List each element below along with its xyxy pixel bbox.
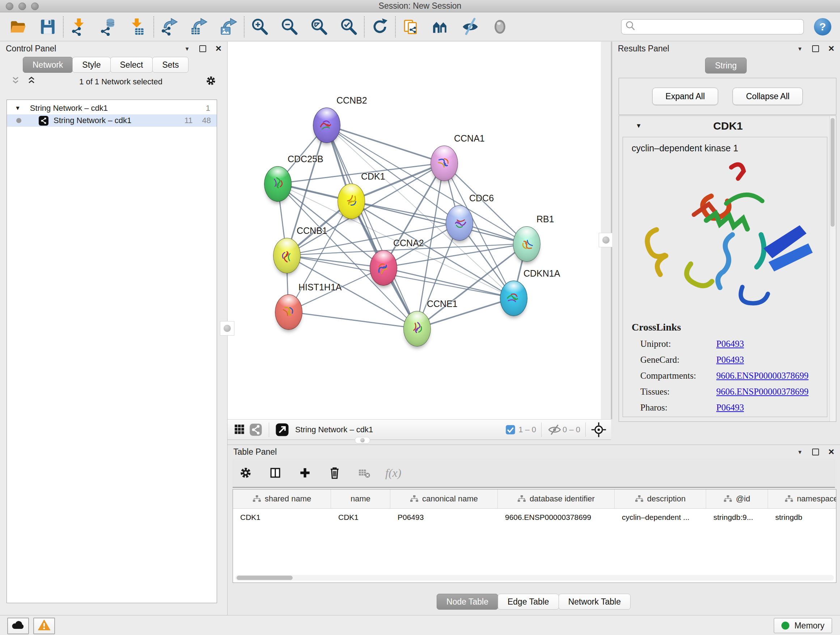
crosslink-link[interactable]: P06493 [716, 402, 744, 412]
network-node-CCNB1[interactable] [273, 238, 301, 273]
table-row[interactable]: CDK1CDK1P064939606.ENSP00000378699cyclin… [233, 509, 836, 526]
refresh-view-icon[interactable] [370, 17, 389, 36]
results-panel-float-icon[interactable] [812, 45, 819, 52]
tab-style[interactable]: Style [73, 57, 111, 73]
results-scrollbar[interactable] [829, 116, 835, 421]
network-collection-row[interactable]: ▼ String Network – cdk1 1 [7, 102, 217, 114]
control-panel-float-icon[interactable] [199, 45, 206, 52]
help-button[interactable]: ? [814, 18, 831, 35]
import-network-from-file-icon[interactable] [69, 17, 88, 36]
control-panel-menu-icon[interactable]: ▼ [185, 46, 190, 52]
crosslink-link[interactable]: 9606.ENSP00000378699 [716, 386, 808, 396]
network-results-splitter[interactable] [601, 42, 612, 419]
column-header-at-id[interactable]: @id [706, 489, 768, 508]
table-cell[interactable]: stringdb:9... [706, 513, 768, 522]
birdseye-view-icon[interactable] [491, 17, 509, 36]
column-header-database-identifier[interactable]: database identifier [498, 489, 615, 508]
column-header-namespace[interactable]: namespace [768, 489, 836, 508]
table-panel-float-icon[interactable] [812, 448, 819, 455]
gene-expander-icon[interactable]: ▼ [636, 122, 642, 130]
network-node-CCNB2[interactable] [313, 108, 340, 143]
crosslink-link[interactable]: 9606.ENSP00000378699 [716, 371, 808, 380]
network-node-RB1[interactable] [513, 226, 540, 262]
zoom-out-icon[interactable] [280, 17, 299, 36]
table-horizontal-scrollbar[interactable] [235, 575, 834, 581]
import-network-from-database-icon[interactable] [99, 17, 118, 36]
show-hide-graphics-details-icon[interactable] [461, 17, 480, 36]
warnings-button[interactable] [33, 618, 55, 634]
table-cell[interactable]: cyclin–dependent ... [615, 513, 706, 522]
tab-string[interactable]: String [705, 57, 746, 73]
table-cell[interactable]: CDK1 [331, 513, 390, 522]
tab-network[interactable]: Network [23, 57, 73, 73]
zoom-in-icon[interactable] [250, 17, 269, 36]
table-options-gear-icon[interactable] [237, 464, 254, 481]
show-columns-icon[interactable] [267, 464, 284, 481]
tab-node-table[interactable]: Node Table [437, 594, 498, 610]
tab-select[interactable]: Select [111, 57, 153, 73]
traffic-light-close-icon[interactable] [6, 3, 13, 10]
open-session-icon[interactable] [9, 17, 27, 36]
column-header-description[interactable]: description [615, 489, 706, 508]
tab-sets[interactable]: Sets [152, 57, 188, 73]
network-node-CCNA1[interactable] [431, 146, 458, 181]
zoom-selected-icon[interactable] [339, 17, 358, 36]
network-node-CDKN1A[interactable] [500, 280, 527, 316]
network-options-gear-icon[interactable] [205, 74, 217, 89]
network-node-CDK1[interactable] [338, 184, 365, 219]
zoom-fit-icon[interactable] [309, 17, 328, 36]
add-column-icon[interactable] [296, 464, 314, 481]
results-panel-menu-icon[interactable]: ▼ [797, 46, 803, 52]
grid-view-icon[interactable] [232, 422, 248, 438]
results-panel-close-icon[interactable]: × [829, 45, 834, 52]
collapse-all-button[interactable]: Collapse All [733, 88, 803, 105]
export-image-icon[interactable] [219, 17, 238, 36]
table-cell[interactable]: 9606.ENSP00000378699 [498, 513, 615, 522]
tab-network-table[interactable]: Network Table [559, 594, 630, 610]
crosslink-row: Uniprot:P06493 [640, 339, 827, 349]
control-panel-splitter-handle[interactable] [220, 321, 234, 336]
tree-expander-icon[interactable]: ▼ [15, 105, 21, 111]
network-view-canvas[interactable]: CCNB2CCNA1CDC25BCDK1CDC6RB1CCNB1CCNA2CDK… [227, 42, 601, 419]
memory-button[interactable]: Memory [774, 618, 832, 633]
crosslink-link[interactable]: P06493 [716, 355, 744, 364]
search-input[interactable] [637, 22, 801, 32]
table-cell[interactable]: P06493 [390, 513, 498, 522]
import-table-from-file-icon[interactable] [129, 17, 148, 36]
network-row-selected[interactable]: String Network – cdk1 11 48 [7, 114, 217, 127]
cloud-button[interactable] [7, 618, 29, 634]
delete-column-icon[interactable] [326, 464, 343, 481]
expand-all-button[interactable]: Expand All [652, 88, 718, 105]
table-panel-menu-icon[interactable]: ▼ [797, 449, 803, 455]
network-node-CCNA2[interactable] [370, 250, 397, 286]
first-neighbors-icon[interactable] [431, 17, 450, 36]
duplicate-network-view-icon[interactable] [401, 17, 420, 36]
column-header-name[interactable]: name [331, 489, 390, 508]
table-cell[interactable]: stringdb [768, 513, 836, 522]
network-badge-gray-icon[interactable] [248, 422, 264, 438]
birdseye-crosshair-icon[interactable] [591, 422, 607, 438]
control-panel-close-icon[interactable]: × [216, 45, 221, 52]
selected-checkbox-icon[interactable] [502, 422, 518, 438]
expand-all-networks-icon[interactable] [26, 75, 37, 88]
table-panel-close-icon[interactable]: × [829, 448, 834, 455]
network-node-CDC25B[interactable] [264, 166, 292, 202]
collapse-all-networks-icon[interactable] [10, 75, 21, 88]
column-header-canonical-name[interactable]: canonical name [390, 489, 498, 508]
traffic-light-minimize-icon[interactable] [19, 3, 26, 10]
traffic-light-zoom-icon[interactable] [31, 3, 39, 10]
table-panel-splitter-handle[interactable] [355, 437, 370, 443]
export-network-icon[interactable] [160, 17, 179, 36]
column-header-shared-name[interactable]: shared name [233, 489, 331, 508]
export-table-icon[interactable] [189, 17, 208, 36]
tab-edge-table[interactable]: Edge Table [498, 594, 559, 610]
search-box[interactable] [621, 19, 804, 35]
open-in-window-icon[interactable] [274, 422, 290, 438]
results-panel-splitter-handle[interactable] [599, 233, 613, 247]
save-session-icon[interactable] [38, 17, 57, 36]
network-node-HIST1H1A[interactable] [275, 295, 302, 330]
crosslink-link[interactable]: P06493 [716, 339, 744, 348]
network-node-CDC6[interactable] [446, 205, 473, 241]
table-cell[interactable]: CDK1 [233, 513, 331, 522]
network-node-CCNE1[interactable] [403, 311, 431, 347]
